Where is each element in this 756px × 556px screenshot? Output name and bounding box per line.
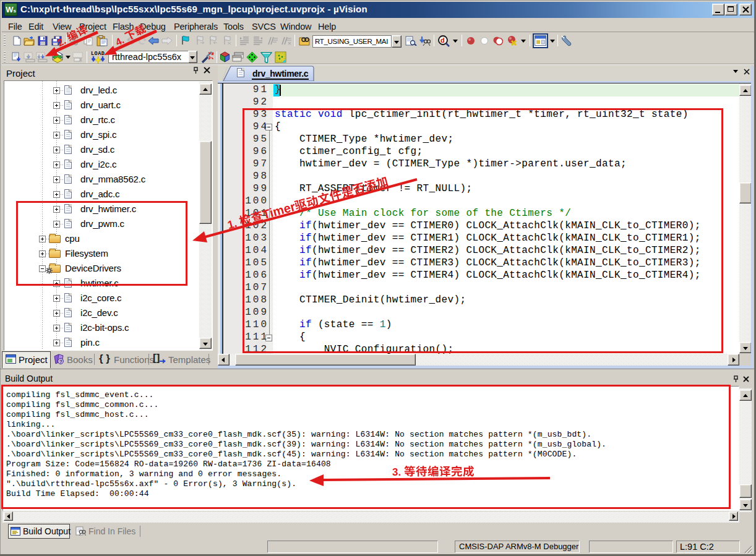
svg-text:d: d xyxy=(440,36,445,44)
svg-text:?: ? xyxy=(59,359,62,364)
